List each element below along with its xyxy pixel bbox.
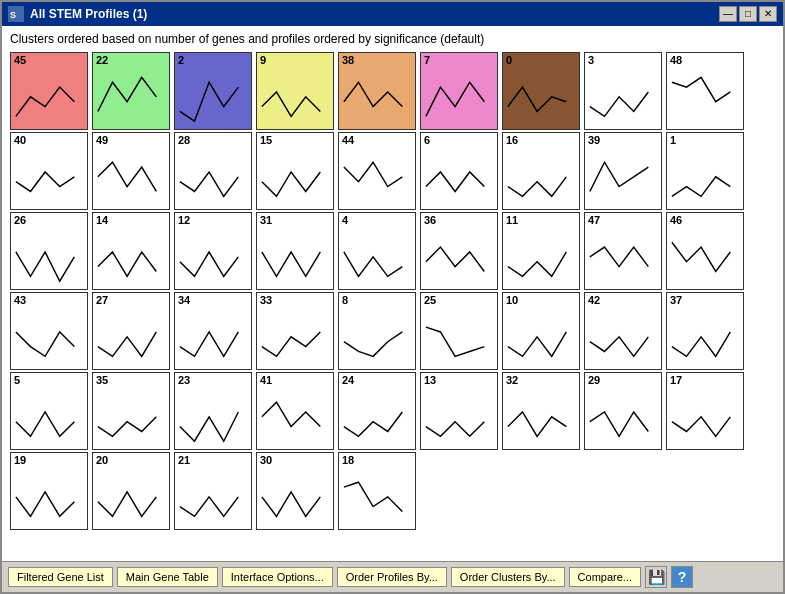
profile-number-33: 33 <box>260 294 272 306</box>
profile-number-3: 3 <box>588 54 594 66</box>
profile-cell-29[interactable]: 29 <box>584 372 662 450</box>
profile-cell-32[interactable]: 32 <box>502 372 580 450</box>
profile-cell-1[interactable]: 1 <box>666 132 744 210</box>
profile-number-49: 49 <box>96 134 108 146</box>
subtitle: Clusters ordered based on number of gene… <box>10 32 775 46</box>
profile-cell-0[interactable]: 0 <box>502 52 580 130</box>
profile-cell-19[interactable]: 19 <box>10 452 88 530</box>
content-area: Clusters ordered based on number of gene… <box>2 26 783 561</box>
profile-number-9: 9 <box>260 54 266 66</box>
profile-cell-17[interactable]: 17 <box>666 372 744 450</box>
profile-cell-33[interactable]: 33 <box>256 292 334 370</box>
profile-number-36: 36 <box>424 214 436 226</box>
profile-cell-46[interactable]: 46 <box>666 212 744 290</box>
profile-cell-41[interactable]: 41 <box>256 372 334 450</box>
profile-cell-45[interactable]: 45 <box>10 52 88 130</box>
profile-cell-37[interactable]: 37 <box>666 292 744 370</box>
profile-cell-43[interactable]: 43 <box>10 292 88 370</box>
profile-number-28: 28 <box>178 134 190 146</box>
profile-number-18: 18 <box>342 454 354 466</box>
profile-cell-49[interactable]: 49 <box>92 132 170 210</box>
profile-chart-0 <box>503 53 579 129</box>
help-icon[interactable]: ? <box>671 566 693 588</box>
profile-cell-2[interactable]: 2 <box>174 52 252 130</box>
profile-cell-16[interactable]: 16 <box>502 132 580 210</box>
profile-number-42: 42 <box>588 294 600 306</box>
profile-cell-26[interactable]: 26 <box>10 212 88 290</box>
profile-cell-44[interactable]: 44 <box>338 132 416 210</box>
profile-number-14: 14 <box>96 214 108 226</box>
interface-options-button[interactable]: Interface Options... <box>222 567 333 587</box>
profile-number-45: 45 <box>14 54 26 66</box>
profile-cell-36[interactable]: 36 <box>420 212 498 290</box>
order-clusters-button[interactable]: Order Clusters By... <box>451 567 565 587</box>
profile-chart-2 <box>175 53 251 129</box>
profile-cell-8[interactable]: 8 <box>338 292 416 370</box>
profile-number-8: 8 <box>342 294 348 306</box>
profile-cell-9[interactable]: 9 <box>256 52 334 130</box>
profile-number-26: 26 <box>14 214 26 226</box>
profile-number-31: 31 <box>260 214 272 226</box>
profile-cell-10[interactable]: 10 <box>502 292 580 370</box>
order-profiles-button[interactable]: Order Profiles By... <box>337 567 447 587</box>
profile-cell-25[interactable]: 25 <box>420 292 498 370</box>
footer-bar: Filtered Gene List Main Gene Table Inter… <box>2 561 783 592</box>
profile-number-10: 10 <box>506 294 518 306</box>
app-icon: S <box>8 6 24 22</box>
profile-chart-6 <box>421 133 497 209</box>
profile-cell-24[interactable]: 24 <box>338 372 416 450</box>
profile-chart-9 <box>257 53 333 129</box>
svg-text:S: S <box>10 10 16 20</box>
profile-cell-5[interactable]: 5 <box>10 372 88 450</box>
profile-cell-42[interactable]: 42 <box>584 292 662 370</box>
profile-number-15: 15 <box>260 134 272 146</box>
profile-cell-47[interactable]: 47 <box>584 212 662 290</box>
maximize-button[interactable]: □ <box>739 6 757 22</box>
profile-number-37: 37 <box>670 294 682 306</box>
main-window: S All STEM Profiles (1) — □ ✕ Clusters o… <box>0 0 785 594</box>
profile-cell-38[interactable]: 38 <box>338 52 416 130</box>
profile-number-23: 23 <box>178 374 190 386</box>
profile-cell-48[interactable]: 48 <box>666 52 744 130</box>
profile-number-46: 46 <box>670 214 682 226</box>
title-bar-controls: — □ ✕ <box>719 6 777 22</box>
profile-number-24: 24 <box>342 374 354 386</box>
profile-cell-4[interactable]: 4 <box>338 212 416 290</box>
profiles-grid: 4522293870348404928154461639126141231436… <box>10 52 775 530</box>
profile-cell-14[interactable]: 14 <box>92 212 170 290</box>
profile-cell-18[interactable]: 18 <box>338 452 416 530</box>
profile-cell-15[interactable]: 15 <box>256 132 334 210</box>
main-gene-table-button[interactable]: Main Gene Table <box>117 567 218 587</box>
profile-cell-13[interactable]: 13 <box>420 372 498 450</box>
profile-cell-7[interactable]: 7 <box>420 52 498 130</box>
close-button[interactable]: ✕ <box>759 6 777 22</box>
minimize-button[interactable]: — <box>719 6 737 22</box>
title-bar: S All STEM Profiles (1) — □ ✕ <box>2 2 783 26</box>
profile-chart-5 <box>11 373 87 449</box>
profile-cell-20[interactable]: 20 <box>92 452 170 530</box>
profile-number-39: 39 <box>588 134 600 146</box>
profile-cell-27[interactable]: 27 <box>92 292 170 370</box>
profile-cell-34[interactable]: 34 <box>174 292 252 370</box>
profile-number-40: 40 <box>14 134 26 146</box>
profile-cell-23[interactable]: 23 <box>174 372 252 450</box>
compare-button[interactable]: Compare... <box>569 567 641 587</box>
profile-cell-39[interactable]: 39 <box>584 132 662 210</box>
profile-cell-30[interactable]: 30 <box>256 452 334 530</box>
save-icon[interactable]: 💾 <box>645 566 667 588</box>
profile-cell-21[interactable]: 21 <box>174 452 252 530</box>
profile-cell-35[interactable]: 35 <box>92 372 170 450</box>
profile-cell-3[interactable]: 3 <box>584 52 662 130</box>
profile-cell-28[interactable]: 28 <box>174 132 252 210</box>
profile-cell-31[interactable]: 31 <box>256 212 334 290</box>
profile-number-22: 22 <box>96 54 108 66</box>
profile-cell-11[interactable]: 11 <box>502 212 580 290</box>
profile-number-41: 41 <box>260 374 272 386</box>
profile-cell-6[interactable]: 6 <box>420 132 498 210</box>
filtered-gene-list-button[interactable]: Filtered Gene List <box>8 567 113 587</box>
profile-cell-40[interactable]: 40 <box>10 132 88 210</box>
profile-number-12: 12 <box>178 214 190 226</box>
profile-cell-12[interactable]: 12 <box>174 212 252 290</box>
profile-number-11: 11 <box>506 214 518 226</box>
profile-cell-22[interactable]: 22 <box>92 52 170 130</box>
